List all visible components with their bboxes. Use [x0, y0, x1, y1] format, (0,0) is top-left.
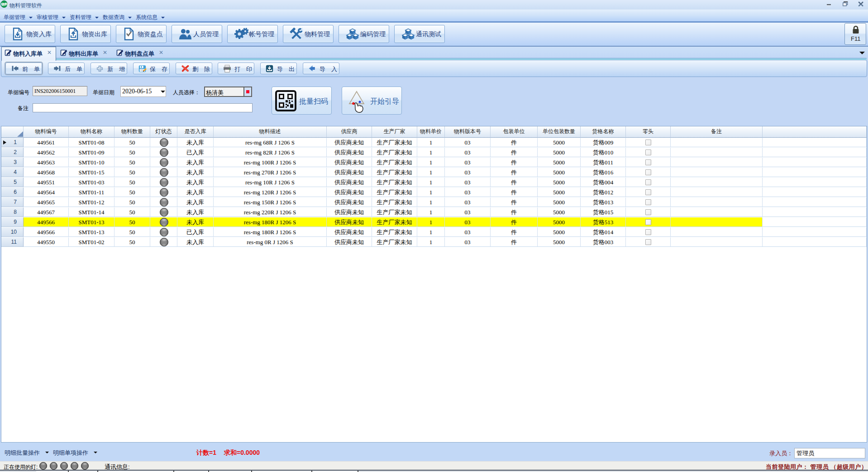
svg-text:物料: 物料 [1, 2, 8, 6]
